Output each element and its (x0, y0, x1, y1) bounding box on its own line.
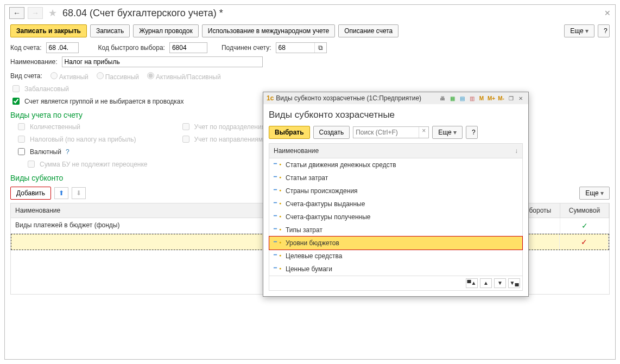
name-label: Наименование: (10, 58, 58, 66)
titlebar: ← → ★ 68.04 (Счет бухгалтерского учета) … (5, 5, 615, 21)
add-button[interactable]: Добавить (10, 187, 51, 200)
list-item[interactable]: Типы затрат (269, 223, 522, 237)
noreval-label: Сумма БУ не подлежит переоценке (40, 161, 148, 168)
dialog-more-button[interactable]: Еще (432, 126, 463, 139)
item-label: Счета-фактуры полученные (286, 213, 371, 221)
subkonto-select-dialog: 1c Виды субконто хозрасчетные (1С:Предпр… (263, 92, 529, 297)
list-table: Наименование ↓ Статьи движения денежных … (269, 143, 523, 291)
window-restore-icon[interactable]: ❐ (507, 94, 515, 103)
item-label: Уровни бюджетов (286, 239, 339, 247)
row-code: Код счета: Код быстрого выбора: Подчинен… (5, 41, 615, 55)
m-minus-icon[interactable]: M- (497, 94, 505, 103)
close-icon[interactable]: ✕ (604, 9, 611, 17)
item-label: Страны происхождения (286, 187, 358, 195)
offbalance-checkbox[interactable] (12, 85, 20, 92)
item-label: Типы затрат (286, 226, 322, 234)
subkonto-more-button[interactable]: Еще (579, 187, 610, 200)
more-button[interactable]: Еще (564, 24, 594, 37)
quick-input[interactable] (169, 42, 207, 53)
list-first-icon[interactable]: ▀▲ (466, 278, 478, 288)
list-last-icon[interactable]: ▼▄ (508, 278, 520, 288)
list-item[interactable]: Статьи затрат (269, 171, 522, 184)
item-label: Ценные бумаги (286, 265, 332, 273)
save-button[interactable]: Записать (90, 24, 130, 37)
offbalance-label: Забалансовый (24, 85, 69, 93)
select-button[interactable]: Выбрать (269, 126, 310, 139)
currency-label: Валютный (30, 148, 61, 156)
noreval-checkbox[interactable] (28, 161, 35, 168)
dialog-body: Виды субконто хозрасчетные Выбрать Созда… (263, 104, 528, 296)
currency-help-icon[interactable]: ? (66, 148, 69, 156)
parent-open-icon[interactable]: ⧉ (314, 43, 326, 53)
calc-icon[interactable]: ▤ (458, 94, 466, 103)
dialog-heading: Виды субконто хозрасчетные (269, 110, 523, 120)
item-icon (274, 214, 281, 220)
radio-ap[interactable]: Активный/Пассивный (144, 71, 221, 81)
sort-icon[interactable]: ↓ (515, 147, 518, 155)
row-kind: Вид счета: Активный Пассивный Активный/П… (5, 69, 615, 82)
list-item[interactable]: Целевые средства (269, 250, 522, 263)
forward-button[interactable]: → (28, 7, 43, 19)
qty-checkbox[interactable] (18, 123, 25, 130)
activity-checkbox[interactable] (182, 136, 189, 143)
list-item[interactable]: Статьи движения денежных средств (269, 158, 522, 171)
list-down-icon[interactable]: ▼ (494, 278, 506, 288)
save-close-button[interactable]: Записать и закрыть (10, 24, 87, 37)
item-icon (274, 162, 281, 168)
tax-checkbox[interactable] (18, 136, 25, 143)
dept-label: Учет по подразделениям (194, 123, 270, 131)
dialog-toolbar: Выбрать Создать × Еще ? (269, 126, 523, 139)
currency-checkbox[interactable] (18, 148, 25, 155)
dialog-titlebar: 1c Виды субконто хозрасчетные (1С:Предпр… (263, 92, 528, 104)
search-input[interactable] (353, 127, 419, 138)
move-up-icon[interactable]: ⬆ (54, 187, 68, 199)
journal-button[interactable]: Журнал проводок (133, 24, 199, 37)
parent-label: Подчинен счету: (222, 44, 271, 52)
isgroup-label: Счет является группой и не выбирается в … (24, 98, 184, 105)
window-title: 68.04 (Счет бухгалтерского учета) * (62, 8, 223, 19)
grid-icon[interactable]: ▦ (448, 94, 457, 103)
move-down-icon[interactable]: ⬇ (72, 187, 86, 199)
list-item[interactable]: Страны происхождения (269, 184, 522, 197)
back-button[interactable]: ← (9, 7, 24, 19)
dialog-help-button[interactable]: ? (466, 126, 478, 139)
list-item[interactable]: Счета-фактуры выданные (269, 197, 522, 210)
name-input[interactable] (62, 56, 263, 67)
list-item[interactable]: Счета-фактуры полученные (269, 210, 522, 223)
list-item[interactable]: Ценные бумаги (269, 263, 522, 276)
item-icon (274, 175, 281, 181)
m-plus-icon[interactable]: M+ (487, 94, 496, 103)
list-item[interactable]: Уровни бюджетов (269, 237, 522, 250)
m-icon[interactable]: M (477, 94, 486, 103)
dialog-close-icon[interactable]: ✕ (516, 94, 525, 103)
parent-input[interactable] (276, 43, 314, 53)
calendar-icon[interactable]: ▥ (467, 94, 476, 103)
item-icon (274, 253, 281, 259)
item-icon (274, 240, 281, 246)
code-input[interactable] (46, 42, 79, 53)
search-clear-icon[interactable]: × (419, 127, 428, 138)
account-desc-button[interactable]: Описание счета (338, 24, 398, 37)
help-button[interactable]: ? (598, 24, 610, 37)
radio-passive[interactable]: Пассивный (94, 71, 139, 81)
radio-active[interactable]: Активный (48, 71, 88, 81)
list-header[interactable]: Наименование ↓ (269, 144, 522, 158)
create-button[interactable]: Создать (313, 126, 350, 139)
intl-use-button[interactable]: Использование в международном учете (202, 24, 335, 37)
isgroup-checkbox[interactable] (12, 98, 20, 105)
favorite-icon[interactable]: ★ (48, 7, 57, 19)
code-label: Код счета: (10, 44, 42, 52)
cell-sum: ✓ (560, 234, 609, 250)
item-label: Статьи движения денежных средств (286, 161, 396, 169)
main-toolbar: Записать и закрыть Записать Журнал прово… (5, 21, 615, 41)
cell-sum: ✓ (560, 218, 609, 233)
item-icon (274, 188, 281, 194)
print-icon[interactable]: 🖶 (438, 94, 447, 103)
dialog-sys-title: Виды субконто хозрасчетные (1С:Предприят… (276, 94, 421, 102)
dept-checkbox[interactable] (182, 123, 189, 130)
list-col-name: Наименование (274, 147, 319, 155)
row-name: Наименование: (5, 55, 615, 69)
main-window: ← → ★ 68.04 (Счет бухгалтерского учета) … (4, 4, 616, 360)
list-up-icon[interactable]: ▲ (480, 278, 492, 288)
col-sum[interactable]: Суммовой (560, 203, 609, 218)
